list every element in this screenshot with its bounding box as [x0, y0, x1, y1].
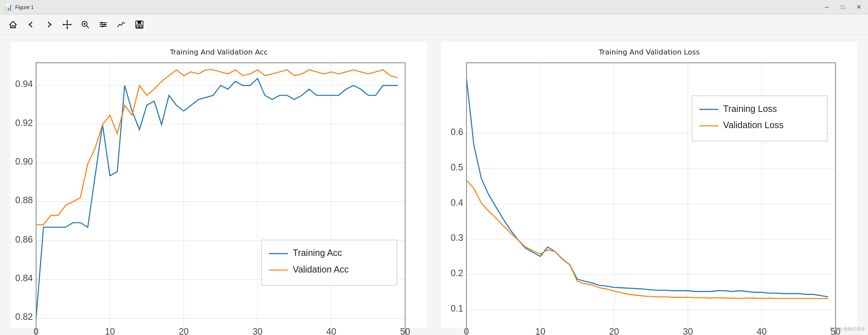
acc-chart-title: Training And Validation Acc: [170, 48, 268, 56]
svg-text:0.4: 0.4: [451, 197, 463, 208]
svg-text:20: 20: [609, 326, 619, 335]
svg-text:Training Loss: Training Loss: [723, 104, 777, 114]
title-bar: 📊 Figure 1 ─ □ ✕: [0, 0, 868, 14]
svg-text:0.88: 0.88: [15, 195, 33, 205]
svg-text:0.6: 0.6: [451, 127, 463, 137]
svg-line-4: [87, 26, 89, 28]
svg-text:40: 40: [757, 326, 767, 335]
pan-button[interactable]: [60, 17, 74, 32]
svg-text:10: 10: [535, 326, 546, 335]
svg-text:30: 30: [252, 326, 262, 335]
svg-text:Training Acc: Training Acc: [293, 248, 342, 258]
loss-chart-title: Training And Validation Loss: [599, 48, 700, 56]
zoom-button[interactable]: [78, 17, 92, 32]
svg-text:10: 10: [105, 326, 115, 335]
svg-point-12: [102, 25, 104, 27]
svg-rect-0: [12, 26, 14, 28]
svg-text:Validation Loss: Validation Loss: [723, 120, 784, 130]
svg-rect-77: [692, 96, 828, 141]
svg-rect-14: [138, 21, 141, 24]
svg-text:0.92: 0.92: [15, 118, 33, 128]
toolbar: [0, 14, 868, 35]
forward-button[interactable]: [42, 17, 56, 32]
svg-text:Validation Acc: Validation Acc: [293, 264, 349, 274]
maximize-button[interactable]: □: [838, 2, 848, 12]
minimize-button[interactable]: ─: [822, 2, 832, 12]
svg-point-10: [101, 22, 103, 23]
svg-text:0.5: 0.5: [451, 162, 463, 172]
svg-text:0.2: 0.2: [451, 268, 463, 278]
edit-lines-button[interactable]: [114, 17, 129, 32]
main-content: Training And Validation Acc: [0, 35, 868, 335]
title-bar-left: 📊 Figure 1: [4, 3, 34, 11]
acc-chart-area: 0.82 0.84 0.86 0.88 0.90 0.92 0.94 0 10 …: [11, 59, 427, 335]
close-button[interactable]: ✕: [854, 2, 864, 12]
svg-text:30: 30: [683, 326, 693, 335]
svg-text:0.84: 0.84: [15, 273, 33, 283]
loss-chart-area: 0.1 0.2 0.3 0.4 0.5 0.6 0 10 20 30 40 50…: [441, 59, 857, 335]
svg-point-11: [104, 23, 105, 25]
svg-text:0.86: 0.86: [15, 234, 33, 244]
acc-chart-svg: 0.82 0.84 0.86 0.88 0.90 0.92 0.94 0 10 …: [36, 63, 405, 335]
svg-text:0.1: 0.1: [451, 303, 463, 313]
svg-text:0.94: 0.94: [15, 79, 33, 89]
svg-text:20: 20: [179, 326, 189, 335]
svg-text:0.3: 0.3: [451, 232, 463, 243]
window-title: Figure 1: [15, 4, 34, 10]
loss-chart-svg: 0.1 0.2 0.3 0.4 0.5 0.6 0 10 20 30 40 50…: [466, 63, 836, 335]
svg-text:40: 40: [326, 326, 337, 335]
home-button[interactable]: [6, 17, 20, 32]
back-button[interactable]: [24, 17, 38, 32]
acc-chart-container: Training And Validation Acc: [11, 42, 427, 328]
svg-text:0.82: 0.82: [15, 312, 33, 322]
watermark: CSDN @风尽趋冷: [830, 326, 865, 332]
svg-rect-46: [262, 240, 397, 286]
app-icon: 📊: [4, 3, 12, 11]
save-button[interactable]: [132, 17, 147, 32]
title-bar-controls: ─ □ ✕: [822, 2, 864, 12]
subplots-button[interactable]: [96, 17, 110, 32]
svg-text:0.90: 0.90: [15, 156, 33, 166]
loss-chart-container: Training And Validation Loss: [441, 42, 857, 328]
